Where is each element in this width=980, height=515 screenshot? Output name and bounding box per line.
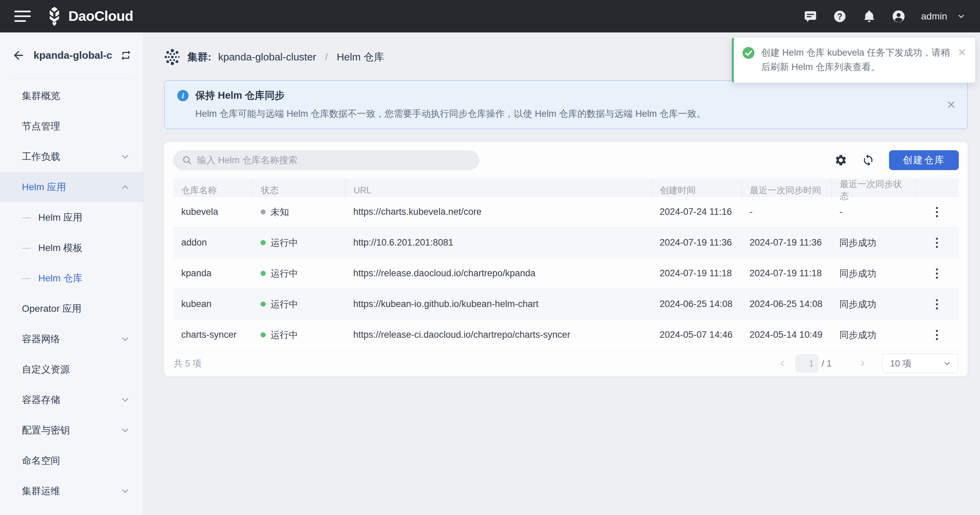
column-header-last-sync-time: 最近一次同步时间 xyxy=(741,178,831,202)
banner-close-icon[interactable]: ✕ xyxy=(947,98,956,111)
repo-last-sync-time: 2024-07-19 11:18 xyxy=(741,268,831,279)
column-header-name: 仓库名称 xyxy=(173,178,252,202)
row-actions-kebab-icon[interactable] xyxy=(933,296,941,312)
repo-last-sync-time: 2024-06-25 14:08 xyxy=(741,299,831,309)
breadcrumb-cluster-link[interactable]: kpanda-global-cluster xyxy=(218,51,316,63)
repo-last-sync-time: - xyxy=(741,207,831,217)
repo-created-time: 2024-07-19 11:18 xyxy=(651,268,741,279)
sidebar-item-label: 集群概览 xyxy=(22,89,60,103)
chevron-down-icon xyxy=(120,425,130,436)
table-row: kubean运行中https://kubean-io.github.io/kub… xyxy=(173,289,959,320)
switch-cluster-icon[interactable] xyxy=(120,49,132,61)
next-page-chevron-icon[interactable] xyxy=(858,359,867,368)
search-input[interactable] xyxy=(197,155,471,166)
current-page-input[interactable]: 1 xyxy=(796,355,818,372)
chevron-down-icon xyxy=(120,334,130,344)
daocloud-logo-icon xyxy=(46,7,63,26)
search-icon xyxy=(182,155,192,165)
repo-name: kubean xyxy=(173,299,252,309)
sidebar-item-label: 容器网络 xyxy=(22,333,60,345)
pagination-total: 共 5 项 xyxy=(174,358,201,369)
info-icon: i xyxy=(177,89,189,102)
repo-last-sync-time: 2024-07-19 11:36 xyxy=(741,237,831,248)
repo-last-sync-status: 同步成功 xyxy=(831,329,915,341)
sidebar-item-config-secrets[interactable]: 配置与密钥 xyxy=(0,415,143,445)
repo-created-time: 2024-06-25 14:08 xyxy=(651,299,741,309)
status-dot-icon xyxy=(261,332,266,338)
sidebar-item-label: 自定义资源 xyxy=(22,363,70,376)
sidebar-item-operator-apps[interactable]: Operator 应用 xyxy=(0,293,143,324)
repo-status: 运行中 xyxy=(252,298,345,311)
column-settings-gear-icon[interactable] xyxy=(834,154,847,166)
row-actions-kebab-icon[interactable] xyxy=(933,266,941,281)
sidebar-item-workloads[interactable]: 工作负载 xyxy=(0,141,143,172)
help-icon[interactable]: ? xyxy=(833,10,846,23)
row-actions-kebab-icon[interactable] xyxy=(933,235,941,251)
success-check-icon xyxy=(742,46,755,59)
sidebar-nav: 集群概览节点管理工作负载Helm 应用—Helm 应用—Helm 模板—Helm… xyxy=(0,79,143,506)
repo-last-sync-time: 2024-05-14 10:49 xyxy=(741,330,831,340)
sidebar-item-helm-templates[interactable]: —Helm 模板 xyxy=(0,233,143,263)
chevron-down-icon xyxy=(120,152,130,162)
repo-list-card: 创建仓库 仓库名称 状态 URL 创建时间 最近一次同步时间 最近一次同步状态 … xyxy=(164,142,968,376)
status-dot-icon xyxy=(261,301,266,307)
refresh-icon[interactable] xyxy=(862,154,875,166)
repo-name: addon xyxy=(173,237,252,248)
repo-url: http://10.6.201.201:8081 xyxy=(345,237,651,248)
notifications-bell-icon[interactable] xyxy=(862,10,876,23)
repo-url: https://charts.kubevela.net/core xyxy=(345,207,651,217)
cluster-dots-icon xyxy=(164,49,181,65)
repo-actions-cell xyxy=(915,266,959,281)
repo-created-time: 2024-07-19 11:36 xyxy=(651,237,741,248)
page-size-select[interactable]: 10 项 xyxy=(882,354,958,373)
sidebar-item-custom-resources[interactable]: 自定义资源 xyxy=(0,354,143,385)
sidebar-item-helm-apps[interactable]: —Helm 应用 xyxy=(0,202,143,233)
repo-status: 运行中 xyxy=(252,237,345,249)
row-actions-kebab-icon[interactable] xyxy=(933,204,941,220)
daocloud-logo[interactable]: DaoCloud xyxy=(46,7,134,26)
table-header: 仓库名称 状态 URL 创建时间 最近一次同步时间 最近一次同步状态 xyxy=(173,178,959,197)
toast-message: 创建 Helm 仓库 kubevela 任务下发成功，请稍后刷新 Helm 仓库… xyxy=(761,46,951,74)
breadcrumb-prefix: 集群: xyxy=(188,50,211,64)
toast-close-icon[interactable]: ✕ xyxy=(958,46,966,59)
sidebar: kpanda-global-cl... 集群概览节点管理工作负载Helm 应用—… xyxy=(0,32,144,515)
product-name: DaoCloud xyxy=(68,8,134,24)
sidebar-item-container-storage[interactable]: 容器存储 xyxy=(0,385,143,415)
submenu-dash: — xyxy=(22,212,31,223)
topbar-actions: ? admin xyxy=(803,10,966,23)
column-header-actions xyxy=(915,178,959,202)
repo-created-time: 2024-07-24 11:16 xyxy=(651,207,741,217)
success-toast: 创建 Helm 仓库 kubevela 任务下发成功，请稍后刷新 Helm 仓库… xyxy=(732,38,975,82)
main-content: 集群: kpanda-global-cluster / Helm 仓库 i 保持… xyxy=(144,32,980,515)
user-menu-chevron-down-icon[interactable] xyxy=(957,12,966,21)
sidebar-item-helm-apps-parent[interactable]: Helm 应用 xyxy=(0,172,143,202)
back-arrow-icon[interactable] xyxy=(12,49,25,62)
page-total-label: / 1 xyxy=(822,358,832,369)
user-avatar[interactable] xyxy=(892,10,905,23)
create-repo-button[interactable]: 创建仓库 xyxy=(889,150,959,170)
sidebar-item-label: 命名空间 xyxy=(22,454,60,467)
prev-page-chevron-icon[interactable] xyxy=(778,359,787,368)
table-body: kubevela未知https://charts.kubevela.net/co… xyxy=(173,197,959,350)
banner-body: Helm 仓库可能与远端 Helm 仓库数据不一致，您需要手动执行同步仓库操作，… xyxy=(195,107,937,120)
sidebar-item-cluster-ops[interactable]: 集群运维 xyxy=(0,476,143,506)
hamburger-menu-icon[interactable] xyxy=(14,11,31,22)
feedback-chat-icon[interactable] xyxy=(803,10,817,23)
breadcrumb-current-page: Helm 仓库 xyxy=(337,50,384,64)
row-actions-kebab-icon[interactable] xyxy=(933,327,941,343)
toolbar-actions: 创建仓库 xyxy=(834,150,959,170)
sidebar-item-node-management[interactable]: 节点管理 xyxy=(0,111,143,141)
toolbar: 创建仓库 xyxy=(173,142,959,178)
submenu-dash: — xyxy=(22,242,31,253)
sidebar-item-container-network[interactable]: 容器网络 xyxy=(0,324,143,354)
repo-last-sync-status: 同步成功 xyxy=(831,268,915,280)
sidebar-item-label: Helm 应用 xyxy=(38,211,83,224)
status-dot-icon xyxy=(261,271,266,276)
repo-created-time: 2024-05-07 14:46 xyxy=(651,330,741,340)
sidebar-item-helm-repos[interactable]: —Helm 仓库 xyxy=(0,263,143,293)
sidebar-item-label: Helm 模板 xyxy=(38,241,83,254)
repo-name: charts-syncer xyxy=(173,330,252,340)
column-header-created: 创建时间 xyxy=(651,178,741,202)
sidebar-item-namespaces[interactable]: 命名空间 xyxy=(0,445,143,476)
sidebar-item-cluster-overview[interactable]: 集群概览 xyxy=(0,81,143,111)
